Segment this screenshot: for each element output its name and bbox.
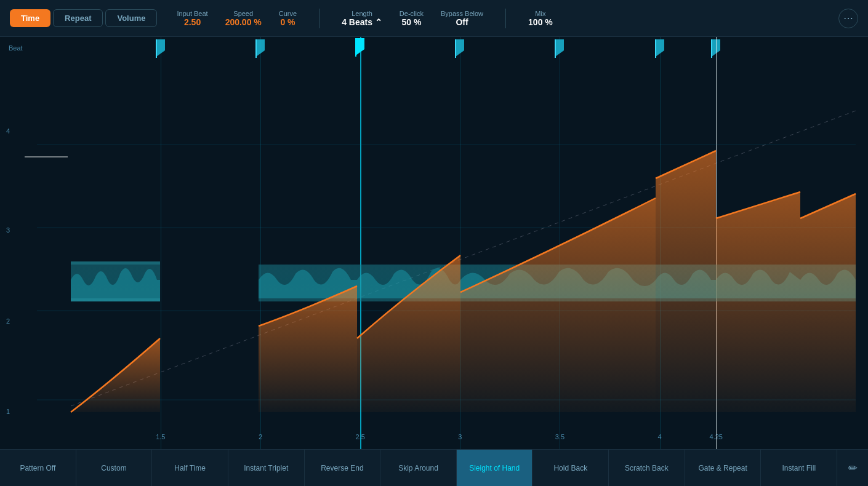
visualization-svg: [0, 37, 868, 449]
svg-rect-20: [71, 261, 160, 265]
param-declick: De-click 50 %: [400, 10, 424, 27]
preset-gate-repeat[interactable]: Gate & Repeat: [685, 450, 762, 486]
main-visualization: Beat 4 3 2 1 1.5 2 2.5 3 3.5 4 4.25: [0, 37, 868, 449]
more-button[interactable]: ⋯: [838, 9, 858, 28]
tab-volume[interactable]: Volume: [105, 9, 157, 27]
param-curve-value[interactable]: 0 %: [280, 17, 295, 27]
param-mix-value[interactable]: 100 %: [528, 17, 553, 27]
preset-instant-fill[interactable]: Instant Fill: [761, 450, 837, 486]
bottom-bar: Pattern Off Custom Half Time Instant Tri…: [0, 449, 868, 486]
param-speed-value[interactable]: 200.00 %: [225, 17, 262, 27]
preset-instant-triplet[interactable]: Instant Triplet: [228, 450, 305, 486]
param-input-beat-value[interactable]: 2.50: [184, 17, 201, 27]
preset-hold-back[interactable]: Hold Back: [532, 450, 609, 486]
param-declick-value[interactable]: 50 %: [401, 17, 421, 27]
param-group: Input Beat 2.50 Speed 200.00 % Curve 0 %…: [177, 9, 552, 28]
tab-group: Time Repeat Volume: [10, 9, 157, 27]
param-declick-label: De-click: [400, 10, 424, 17]
param-length: Length 4 Beats ⌃: [342, 10, 382, 27]
top-bar: Time Repeat Volume Input Beat 2.50 Speed…: [0, 0, 868, 37]
svg-rect-21: [71, 298, 160, 301]
preset-scratch-back[interactable]: Scratch Back: [609, 450, 685, 486]
preset-reverse-end[interactable]: Reverse End: [305, 450, 381, 486]
param-mix: Mix 100 %: [528, 10, 553, 27]
param-curve: Curve 0 %: [279, 10, 297, 27]
edit-button[interactable]: ✏: [837, 450, 868, 486]
param-curve-label: Curve: [279, 10, 297, 17]
preset-half-time[interactable]: Half Time: [152, 450, 228, 486]
param-bypass-value[interactable]: Off: [456, 17, 468, 27]
divider-2: [505, 9, 506, 28]
param-mix-label: Mix: [535, 10, 545, 17]
param-bypass: Bypass Below Off: [441, 10, 483, 27]
preset-skip-around[interactable]: Skip Around: [380, 450, 457, 486]
param-speed-label: Speed: [233, 10, 253, 17]
tab-repeat[interactable]: Repeat: [53, 9, 103, 27]
param-input-beat-label: Input Beat: [177, 10, 207, 17]
divider-1: [319, 9, 319, 28]
param-length-label: Length: [352, 10, 372, 17]
param-length-value[interactable]: 4 Beats ⌃: [342, 17, 382, 27]
preset-sleight-of-hand[interactable]: Sleight of Hand: [457, 450, 533, 486]
param-bypass-label: Bypass Below: [441, 10, 483, 17]
param-input-beat: Input Beat 2.50: [177, 10, 207, 27]
param-speed: Speed 200.00 %: [225, 10, 262, 27]
tab-time[interactable]: Time: [10, 9, 50, 27]
preset-custom[interactable]: Custom: [76, 450, 153, 486]
preset-pattern-off[interactable]: Pattern Off: [0, 450, 76, 486]
